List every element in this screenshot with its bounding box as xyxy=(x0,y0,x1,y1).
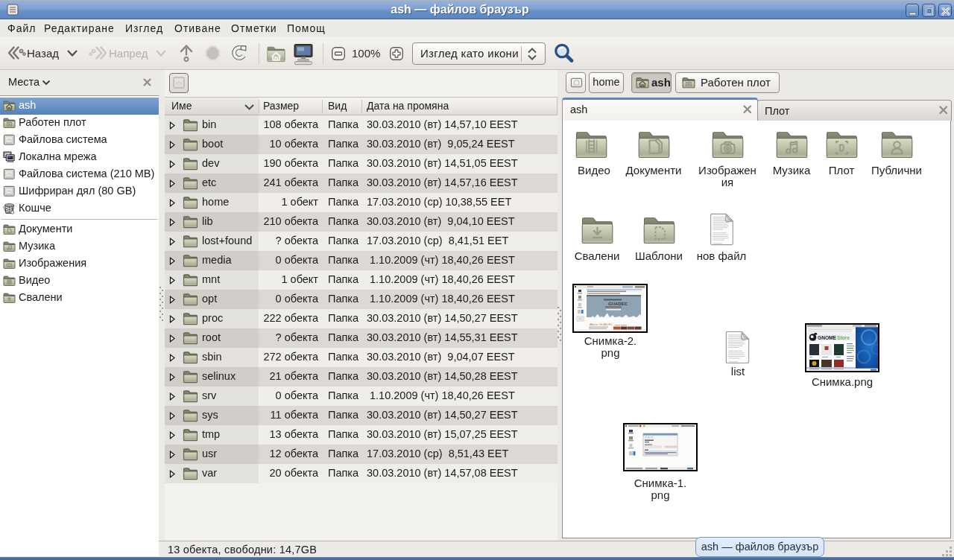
svg-text:About GUADEC: About GUADEC xyxy=(590,322,613,326)
svg-text:GUADEC: GUADEC xyxy=(608,302,628,306)
svg-text:GNOME: GNOME xyxy=(818,335,837,340)
svg-text:Store: Store xyxy=(837,335,850,340)
